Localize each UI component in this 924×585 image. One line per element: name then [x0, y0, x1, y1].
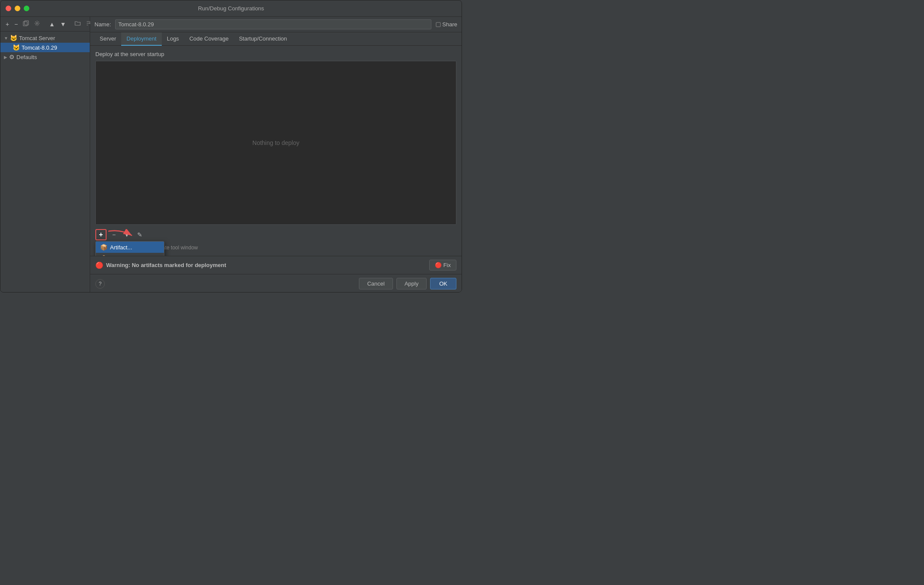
add-deploy-button[interactable]: + [95, 229, 107, 240]
action-buttons: Cancel Apply OK [359, 278, 456, 289]
close-button[interactable] [6, 6, 11, 11]
external-source-menu-item[interactable]: 📦 External Source... [96, 253, 164, 256]
tomcat-server-group[interactable]: ▼ 🐱 Tomcat Server [0, 33, 90, 43]
config-settings-button[interactable] [32, 19, 42, 28]
cancel-button[interactable]: Cancel [359, 278, 393, 289]
deploy-dropdown-menu: 📦 Artifact... 📦 External Source... [95, 241, 164, 256]
share-button[interactable]: Share [436, 21, 457, 28]
deploy-label: Deploy at the server startup [95, 51, 456, 57]
move-down-button[interactable]: ▼ [58, 20, 68, 28]
warning-icon: 🔴 [95, 261, 104, 269]
move-up-button[interactable]: ▲ [47, 20, 57, 28]
svg-rect-3 [436, 22, 440, 27]
left-panel: + − ▲ ▼ [0, 17, 90, 292]
ok-button[interactable]: OK [430, 278, 456, 289]
remove-deploy-button[interactable]: − [108, 229, 119, 240]
defaults-group[interactable]: ▶ ⚙ Defaults [0, 52, 90, 62]
tab-deployment[interactable]: Deployment [121, 32, 161, 46]
svg-point-2 [36, 22, 38, 24]
warning-text: Warning: No artifacts marked for deploym… [106, 262, 226, 268]
fix-icon: 🔴 [435, 262, 442, 268]
deploy-toolbar: + − ▼ ✎ 📦 Artifact [95, 227, 456, 242]
deployment-content: Deploy at the server startup Nothing to … [90, 46, 462, 256]
name-bar: Name: Share [90, 17, 462, 32]
folder-button[interactable] [73, 19, 82, 28]
apply-button[interactable]: Apply [396, 278, 427, 289]
maximize-button[interactable] [24, 6, 29, 11]
tab-logs[interactable]: Logs [162, 32, 184, 46]
artifact-icon: 📦 [100, 244, 107, 251]
group-arrow-icon: ▼ [4, 36, 8, 41]
bottom-bar: ? Cancel Apply OK [90, 274, 462, 292]
tomcat-instance-item[interactable]: 🐱 Tomcat-8.0.29 [0, 43, 90, 52]
defaults-arrow-icon: ▶ [4, 55, 7, 60]
warning-bar: 🔴 Warning: No artifacts marked for deplo… [90, 256, 462, 274]
fix-button[interactable]: 🔴 Fix [429, 260, 456, 270]
tomcat-instance-icon: 🐱 [13, 44, 20, 51]
tabs-bar: Server Deployment Logs Code Coverage Sta… [90, 32, 462, 46]
titlebar: Run/Debug Configurations [0, 0, 462, 17]
name-input[interactable] [115, 19, 431, 29]
tomcat-server-icon: 🐱 [10, 35, 17, 41]
window-controls [6, 6, 29, 11]
remove-config-button[interactable]: − [13, 20, 19, 28]
add-config-button[interactable]: + [4, 20, 11, 28]
defaults-icon: ⚙ [9, 53, 15, 60]
warning-message: 🔴 Warning: No artifacts marked for deplo… [95, 261, 226, 269]
tab-startup-connection[interactable]: Startup/Connection [234, 32, 292, 46]
main-layout: + − ▲ ▼ [0, 17, 462, 292]
artifact-menu-item[interactable]: 📦 Artifact... [96, 242, 164, 253]
tab-server[interactable]: Server [94, 32, 121, 46]
tomcat-instance-label: Tomcat-8.0.29 [22, 44, 57, 51]
deploy-list: Nothing to deploy [95, 61, 456, 225]
external-source-icon: 📦 [100, 255, 107, 256]
tomcat-server-label: Tomcat Server [19, 35, 55, 41]
left-toolbar: + − ▲ ▼ [0, 17, 90, 31]
tab-code-coverage[interactable]: Code Coverage [184, 32, 234, 46]
nothing-to-deploy-text: Nothing to deploy [252, 139, 299, 146]
copy-config-button[interactable] [21, 19, 31, 28]
edit-deploy-button[interactable]: ✎ [134, 229, 145, 240]
dropdown-deploy-button[interactable]: ▼ [121, 229, 132, 240]
config-tree: ▼ 🐱 Tomcat Server 🐱 Tomcat-8.0.29 ▶ ⚙ De… [0, 31, 90, 292]
defaults-label: Defaults [16, 54, 37, 60]
right-panel: Name: Share Server Deployment Logs Code … [90, 17, 462, 292]
name-label: Name: [94, 21, 111, 28]
minimize-button[interactable] [15, 6, 20, 11]
window-title: Run/Debug Configurations [198, 5, 264, 12]
help-button[interactable]: ? [95, 279, 105, 289]
